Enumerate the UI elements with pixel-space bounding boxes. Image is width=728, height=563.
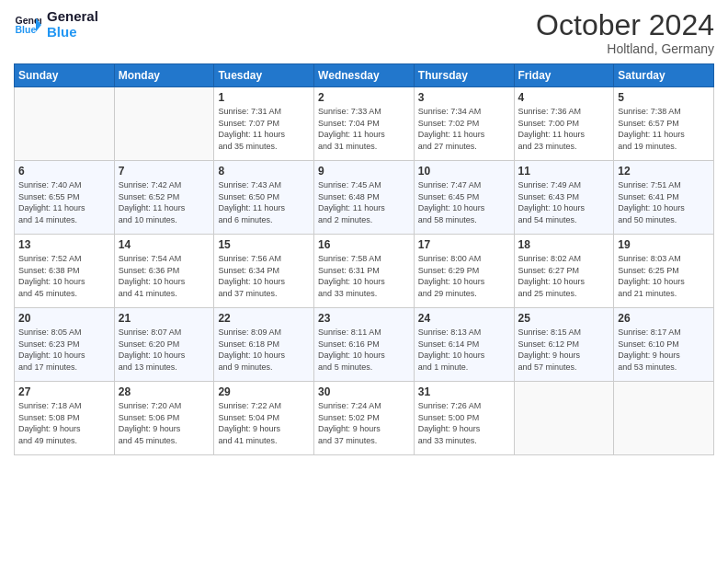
day-number: 19 [618, 238, 710, 251]
logo-icon: General Blue [14, 11, 41, 39]
logo: General Blue General Blue [14, 9, 98, 40]
day-number: 3 [418, 91, 510, 104]
month-title: October 2024 [536, 9, 714, 41]
calendar-cell: 3Sunrise: 7:34 AM Sunset: 7:02 PM Daylig… [414, 87, 514, 161]
day-number: 31 [418, 385, 510, 398]
weekday-header-monday: Monday [114, 64, 214, 87]
calendar-cell: 9Sunrise: 7:45 AM Sunset: 6:48 PM Daylig… [314, 161, 415, 235]
day-detail: Sunrise: 8:00 AM Sunset: 6:29 PM Dayligh… [418, 253, 510, 299]
calendar-cell: 11Sunrise: 7:49 AM Sunset: 6:43 PM Dayli… [514, 161, 614, 235]
day-detail: Sunrise: 8:02 AM Sunset: 6:27 PM Dayligh… [518, 253, 610, 299]
calendar-cell [614, 382, 714, 455]
calendar-cell: 4Sunrise: 7:36 AM Sunset: 7:00 PM Daylig… [514, 87, 614, 161]
day-detail: Sunrise: 7:45 AM Sunset: 6:48 PM Dayligh… [318, 179, 410, 225]
calendar-cell: 31Sunrise: 7:26 AM Sunset: 5:00 PM Dayli… [414, 382, 514, 455]
day-number: 21 [119, 312, 210, 325]
calendar-cell: 23Sunrise: 8:11 AM Sunset: 6:16 PM Dayli… [314, 308, 415, 382]
day-number: 24 [418, 312, 510, 325]
day-detail: Sunrise: 7:34 AM Sunset: 7:02 PM Dayligh… [418, 106, 510, 152]
calendar-cell: 10Sunrise: 7:47 AM Sunset: 6:45 PM Dayli… [414, 161, 514, 235]
day-number: 20 [18, 312, 110, 325]
day-number: 10 [418, 165, 510, 178]
calendar-week-3: 13Sunrise: 7:52 AM Sunset: 6:38 PM Dayli… [15, 235, 714, 308]
calendar-cell: 8Sunrise: 7:43 AM Sunset: 6:50 PM Daylig… [214, 161, 314, 235]
calendar-week-2: 6Sunrise: 7:40 AM Sunset: 6:55 PM Daylig… [15, 161, 714, 235]
calendar-table: SundayMondayTuesdayWednesdayThursdayFrid… [14, 63, 714, 455]
day-detail: Sunrise: 7:52 AM Sunset: 6:38 PM Dayligh… [18, 253, 110, 299]
day-number: 8 [218, 165, 310, 178]
day-detail: Sunrise: 7:54 AM Sunset: 6:36 PM Dayligh… [119, 253, 210, 299]
calendar-cell: 25Sunrise: 8:15 AM Sunset: 6:12 PM Dayli… [514, 308, 614, 382]
calendar-cell: 22Sunrise: 8:09 AM Sunset: 6:18 PM Dayli… [214, 308, 314, 382]
day-detail: Sunrise: 7:38 AM Sunset: 6:57 PM Dayligh… [618, 106, 710, 152]
calendar-cell: 29Sunrise: 7:22 AM Sunset: 5:04 PM Dayli… [214, 382, 314, 455]
day-detail: Sunrise: 7:20 AM Sunset: 5:06 PM Dayligh… [119, 400, 210, 446]
logo-blue: Blue [47, 25, 98, 40]
day-number: 5 [618, 91, 710, 104]
day-number: 14 [119, 238, 210, 251]
day-detail: Sunrise: 7:51 AM Sunset: 6:41 PM Dayligh… [618, 179, 710, 225]
calendar-cell: 19Sunrise: 8:03 AM Sunset: 6:25 PM Dayli… [614, 235, 714, 308]
day-detail: Sunrise: 8:13 AM Sunset: 6:14 PM Dayligh… [418, 327, 510, 373]
day-number: 26 [618, 312, 710, 325]
weekday-header-wednesday: Wednesday [314, 64, 415, 87]
weekday-header-sunday: Sunday [15, 64, 115, 87]
day-number: 12 [618, 165, 710, 178]
day-number: 23 [318, 312, 410, 325]
day-detail: Sunrise: 7:33 AM Sunset: 7:04 PM Dayligh… [318, 106, 410, 152]
day-detail: Sunrise: 7:24 AM Sunset: 5:02 PM Dayligh… [318, 400, 410, 446]
day-detail: Sunrise: 8:05 AM Sunset: 6:23 PM Dayligh… [18, 327, 110, 373]
day-detail: Sunrise: 8:09 AM Sunset: 6:18 PM Dayligh… [218, 327, 310, 373]
calendar-cell: 12Sunrise: 7:51 AM Sunset: 6:41 PM Dayli… [614, 161, 714, 235]
day-number: 30 [318, 385, 410, 398]
calendar-cell [114, 87, 214, 161]
day-detail: Sunrise: 7:58 AM Sunset: 6:31 PM Dayligh… [318, 253, 410, 299]
day-detail: Sunrise: 7:36 AM Sunset: 7:00 PM Dayligh… [518, 106, 610, 152]
day-number: 29 [218, 385, 310, 398]
day-number: 4 [518, 91, 610, 104]
day-number: 1 [218, 91, 310, 104]
day-number: 2 [318, 91, 410, 104]
day-detail: Sunrise: 7:49 AM Sunset: 6:43 PM Dayligh… [518, 179, 610, 225]
day-number: 18 [518, 238, 610, 251]
header: General Blue General Blue October 2024 H… [14, 9, 714, 56]
weekday-header-row: SundayMondayTuesdayWednesdayThursdayFrid… [15, 64, 714, 87]
calendar-cell: 16Sunrise: 7:58 AM Sunset: 6:31 PM Dayli… [314, 235, 415, 308]
day-detail: Sunrise: 8:11 AM Sunset: 6:16 PM Dayligh… [318, 327, 410, 373]
calendar-cell: 27Sunrise: 7:18 AM Sunset: 5:08 PM Dayli… [15, 382, 115, 455]
calendar-cell: 15Sunrise: 7:56 AM Sunset: 6:34 PM Dayli… [214, 235, 314, 308]
calendar-cell: 13Sunrise: 7:52 AM Sunset: 6:38 PM Dayli… [15, 235, 115, 308]
day-detail: Sunrise: 7:31 AM Sunset: 7:07 PM Dayligh… [218, 106, 310, 152]
day-number: 17 [418, 238, 510, 251]
calendar-cell: 14Sunrise: 7:54 AM Sunset: 6:36 PM Dayli… [114, 235, 214, 308]
calendar-cell: 28Sunrise: 7:20 AM Sunset: 5:06 PM Dayli… [114, 382, 214, 455]
day-number: 9 [318, 165, 410, 178]
calendar-cell: 1Sunrise: 7:31 AM Sunset: 7:07 PM Daylig… [214, 87, 314, 161]
day-number: 7 [119, 165, 210, 178]
page-container: General Blue General Blue October 2024 H… [0, 0, 728, 465]
weekday-header-saturday: Saturday [614, 64, 714, 87]
calendar-cell: 7Sunrise: 7:42 AM Sunset: 6:52 PM Daylig… [114, 161, 214, 235]
day-detail: Sunrise: 7:26 AM Sunset: 5:00 PM Dayligh… [418, 400, 510, 446]
day-number: 22 [218, 312, 310, 325]
day-detail: Sunrise: 7:22 AM Sunset: 5:04 PM Dayligh… [218, 400, 310, 446]
calendar-cell [15, 87, 115, 161]
calendar-cell: 30Sunrise: 7:24 AM Sunset: 5:02 PM Dayli… [314, 382, 415, 455]
calendar-week-1: 1Sunrise: 7:31 AM Sunset: 7:07 PM Daylig… [15, 87, 714, 161]
day-detail: Sunrise: 7:47 AM Sunset: 6:45 PM Dayligh… [418, 179, 510, 225]
day-number: 11 [518, 165, 610, 178]
calendar-cell: 6Sunrise: 7:40 AM Sunset: 6:55 PM Daylig… [15, 161, 115, 235]
day-detail: Sunrise: 8:17 AM Sunset: 6:10 PM Dayligh… [618, 327, 710, 373]
location: Holtland, Germany [536, 41, 714, 56]
day-number: 13 [18, 238, 110, 251]
day-detail: Sunrise: 8:15 AM Sunset: 6:12 PM Dayligh… [518, 327, 610, 373]
calendar-cell: 5Sunrise: 7:38 AM Sunset: 6:57 PM Daylig… [614, 87, 714, 161]
day-detail: Sunrise: 7:40 AM Sunset: 6:55 PM Dayligh… [18, 179, 110, 225]
logo-general: General [47, 9, 98, 25]
weekday-header-tuesday: Tuesday [214, 64, 314, 87]
calendar-week-4: 20Sunrise: 8:05 AM Sunset: 6:23 PM Dayli… [15, 308, 714, 382]
day-detail: Sunrise: 7:18 AM Sunset: 5:08 PM Dayligh… [18, 400, 110, 446]
day-number: 27 [18, 385, 110, 398]
day-number: 28 [119, 385, 210, 398]
day-number: 16 [318, 238, 410, 251]
